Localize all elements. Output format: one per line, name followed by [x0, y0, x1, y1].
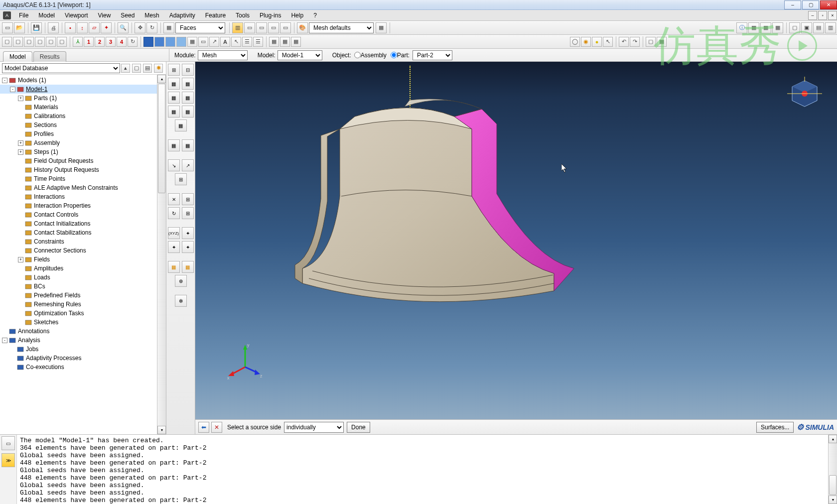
layer-2-button[interactable]: [154, 37, 164, 47]
open-button[interactable]: 📂: [14, 22, 25, 33]
menu-feature[interactable]: Feature: [200, 12, 231, 19]
wireframe-button[interactable]: ▢: [789, 22, 800, 33]
surfaces-button[interactable]: Surfaces...: [756, 422, 794, 433]
edit-partition-button[interactable]: ▦: [182, 139, 194, 151]
new-model-button[interactable]: ▭: [2, 22, 13, 33]
object-assembly-radio[interactable]: [354, 52, 361, 58]
tree-scroll-down-button[interactable]: ▾: [157, 426, 166, 434]
view-options-4-button[interactable]: ▢: [35, 37, 45, 47]
window-maximize-button[interactable]: ▢: [802, 0, 819, 9]
message-log[interactable]: The model "Model-1" has been created. 36…: [17, 435, 828, 504]
datum-plane-button[interactable]: ▱: [89, 22, 100, 33]
mdi-restore-button[interactable]: ▫: [818, 11, 827, 20]
menu-seed[interactable]: Seed: [116, 12, 140, 19]
ruler-button[interactable]: ▭: [198, 37, 208, 47]
view-cube-icon[interactable]: [787, 77, 822, 112]
view-num-1-button[interactable]: 1: [84, 37, 94, 47]
tab-model[interactable]: Model: [3, 51, 32, 62]
adaptive-button[interactable]: ⊞: [182, 207, 194, 219]
hidden-button[interactable]: ▣: [801, 22, 812, 33]
color-scheme-select[interactable]: Mesh defaults: [309, 22, 374, 33]
tree-expand-button[interactable]: -: [2, 338, 7, 343]
view-num-2-button[interactable]: 2: [95, 37, 105, 47]
tree-node[interactable]: +Steps (1): [0, 147, 157, 156]
csys-2-button[interactable]: ✦: [182, 227, 194, 239]
menu-tools[interactable]: Tools: [231, 12, 255, 19]
layer-1-button[interactable]: [143, 37, 153, 47]
menu-mesh[interactable]: Mesh: [140, 12, 164, 19]
tree-node[interactable]: Co-executions: [0, 363, 157, 372]
csys-3-button[interactable]: ✦: [168, 241, 180, 253]
list-1-button[interactable]: ☰: [242, 37, 252, 47]
perspective-button[interactable]: ▦: [748, 22, 759, 33]
menu-adaptivity[interactable]: Adaptivity: [164, 12, 200, 19]
mesh-part-button[interactable]: ▦: [168, 78, 180, 90]
sweep-path-button[interactable]: ↘: [168, 159, 180, 171]
tree-node[interactable]: Materials: [0, 103, 157, 112]
view-options-5-button[interactable]: ▢: [46, 37, 56, 47]
bottom-2-button[interactable]: ▦: [182, 261, 194, 273]
bottom-1-button[interactable]: ▦: [168, 261, 180, 273]
tree-node[interactable]: Profiles: [0, 129, 157, 138]
datum-point-button[interactable]: •: [65, 22, 76, 33]
tree-node[interactable]: +Parts (1): [0, 94, 157, 103]
extra-1-button[interactable]: ▢: [646, 37, 656, 47]
mdi-minimize-button[interactable]: –: [808, 11, 817, 20]
window-close-button[interactable]: ✕: [820, 0, 837, 9]
tree-node[interactable]: Jobs: [0, 345, 157, 354]
tree-node[interactable]: History Output Requests: [0, 165, 157, 174]
measure-button[interactable]: ↗: [209, 37, 219, 47]
sweep-dir-button[interactable]: ↗: [182, 159, 194, 171]
replace-button[interactable]: ▭: [244, 22, 255, 33]
misc-1-button[interactable]: ▦: [269, 37, 279, 47]
tree-node[interactable]: Contact Controls: [0, 210, 157, 219]
view-options-2-button[interactable]: ▢: [13, 37, 23, 47]
seed-edge-button[interactable]: ⊟: [182, 64, 194, 76]
menu-help[interactable]: Help: [286, 12, 308, 19]
tree-scrollbar[interactable]: ▴ ▾: [157, 75, 166, 434]
tree-expand-button[interactable]: +: [18, 257, 23, 262]
view-front-button[interactable]: ▦: [760, 22, 771, 33]
axis-y-icon[interactable]: ⅄: [73, 37, 83, 47]
delete-mesh-button[interactable]: ✕: [168, 193, 180, 205]
add-button[interactable]: ▭: [256, 22, 267, 33]
tree-expand-button[interactable]: +: [18, 96, 23, 101]
view-options-6-button[interactable]: ▢: [57, 37, 67, 47]
grid-button[interactable]: ▦: [187, 37, 197, 47]
tree-expand-button[interactable]: -: [2, 78, 7, 83]
edit-mesh-button[interactable]: ⊞: [175, 173, 187, 185]
tree-node[interactable]: -Model-1: [0, 85, 157, 94]
tree-node[interactable]: Amplitudes: [0, 264, 157, 273]
misc-3-button[interactable]: ▦: [291, 37, 301, 47]
menu-view[interactable]: View: [93, 12, 116, 19]
print-button[interactable]: 🖨: [48, 22, 59, 33]
xyz-button[interactable]: (XYZ): [168, 227, 180, 239]
message-scroll-down-button[interactable]: ▾: [829, 496, 837, 504]
tree-refresh-button[interactable]: ✺: [154, 64, 163, 73]
tree-node[interactable]: Connector Sections: [0, 246, 157, 255]
prompt-back-button[interactable]: ⬅: [198, 422, 209, 433]
tree-node[interactable]: Interactions: [0, 192, 157, 201]
undo-button[interactable]: ↶: [619, 37, 629, 47]
prompt-done-button[interactable]: Done: [347, 422, 370, 433]
tree-node[interactable]: Adaptivity Processes: [0, 354, 157, 363]
view-num-3-button[interactable]: 3: [106, 37, 116, 47]
zoom-button[interactable]: 🔍: [118, 22, 129, 33]
rotate-button[interactable]: ↻: [146, 22, 157, 33]
sel-circle-1-button[interactable]: ◯: [570, 37, 580, 47]
tree-scroll-thumb[interactable]: [158, 84, 165, 193]
tree-node[interactable]: Calibrations: [0, 112, 157, 121]
tree-scroll-up-button[interactable]: ▴: [157, 75, 166, 83]
tree-expand-button[interactable]: +: [18, 149, 23, 155]
pan-button[interactable]: ✥: [135, 22, 145, 33]
pick-arrow-button[interactable]: ↖: [231, 37, 241, 47]
shaded-button[interactable]: ▤: [813, 22, 824, 33]
tree-node[interactable]: +Fields: [0, 255, 157, 264]
sel-circle-3-button[interactable]: ●: [592, 37, 602, 47]
sel-circle-2-button[interactable]: ◉: [581, 37, 591, 47]
tree-collapse-button[interactable]: ▢: [132, 64, 141, 73]
tree-node[interactable]: Sections: [0, 121, 157, 129]
view-options-1-button[interactable]: ▢: [2, 37, 12, 47]
virtual-topo-button[interactable]: ⊕: [175, 275, 187, 287]
layer-4-button[interactable]: [176, 37, 186, 47]
